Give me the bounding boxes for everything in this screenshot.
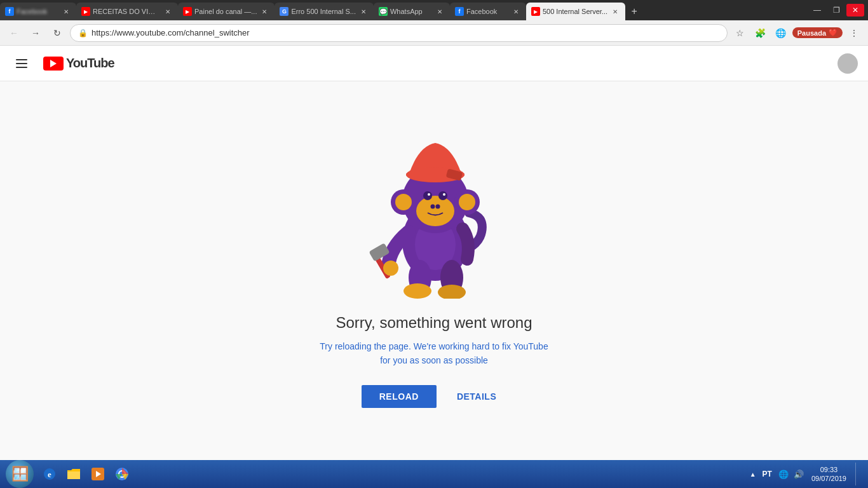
error-title: Sorry, something went wrong — [336, 314, 532, 332]
translate-button[interactable]: 🌐 — [772, 24, 790, 42]
tab-favicon: f — [455, 7, 464, 16]
tab-facebook-2[interactable]: f Facebook ✕ — [450, 3, 526, 20]
reload-button[interactable]: RELOAD — [362, 385, 437, 408]
error-buttons: RELOAD DETAILS — [362, 385, 506, 408]
pausada-icon: ❤️ — [829, 29, 837, 37]
tab-favicon: ▶ — [81, 7, 90, 16]
error-subtitle-line2: for you as soon as possible — [320, 353, 548, 367]
pausada-badge[interactable]: Pausada ❤️ — [792, 27, 843, 38]
tab-erro500[interactable]: G Erro 500 Internal S... ✕ — [275, 3, 374, 20]
tab-facebook-1[interactable]: f Facebook ✕ — [0, 3, 76, 20]
taskbar-folder-icon[interactable] — [62, 463, 85, 485]
language-indicator[interactable]: PT — [760, 468, 775, 480]
new-tab-button[interactable]: + — [625, 3, 643, 20]
user-avatar[interactable] — [837, 53, 858, 74]
taskbar-chrome-icon[interactable] — [111, 463, 133, 485]
svg-point-14 — [428, 193, 430, 196]
tab-close-button[interactable]: ✕ — [259, 6, 269, 17]
youtube-play-triangle — [50, 60, 57, 67]
tab-title: Painel do canal —... — [194, 8, 257, 15]
svg-point-12 — [423, 191, 432, 200]
tab-close-button[interactable]: ✕ — [163, 6, 173, 17]
svg-point-4 — [403, 283, 431, 299]
clock-display[interactable]: 09:33 09/07/2019 — [808, 464, 850, 485]
youtube-page: YouTube — [0, 46, 868, 460]
tab-favicon: G — [280, 7, 288, 16]
address-bar: ← → ↻ 🔒 https://www.youtube.com/channel_… — [0, 20, 868, 46]
svg-point-23 — [383, 261, 398, 276]
yt-header: YouTube — [0, 46, 868, 81]
monkey-illustration — [364, 108, 504, 299]
hamburger-menu-button[interactable] — [10, 52, 33, 75]
tab-title: Facebook — [466, 8, 508, 15]
tab-close-button[interactable]: ✕ — [435, 6, 445, 17]
title-bar: f Facebook ✕ ▶ RECEITAS DO VICT... ✕ ▶ P… — [0, 0, 868, 20]
forward-button[interactable]: → — [27, 24, 44, 42]
tab-close-button[interactable]: ✕ — [358, 6, 369, 17]
taskbar-media-icon[interactable] — [86, 463, 109, 485]
tab-favicon: 💬 — [379, 7, 388, 16]
ie-icon: e — [42, 466, 57, 482]
clock-time: 09:33 — [811, 465, 846, 474]
start-button[interactable]: 🪟 — [3, 462, 37, 486]
details-button[interactable]: DETAILS — [447, 385, 506, 408]
minimize-button[interactable]: — — [808, 4, 826, 17]
svg-point-13 — [438, 191, 447, 200]
folder-icon — [66, 466, 81, 482]
tab-whatsapp[interactable]: 💬 WhatsApp ✕ — [374, 3, 450, 20]
svg-point-15 — [443, 193, 445, 196]
svg-point-16 — [431, 204, 435, 208]
media-player-icon — [90, 466, 105, 482]
tray-expand-button[interactable]: ▲ — [749, 470, 757, 479]
menu-button[interactable]: ⋮ — [845, 24, 863, 42]
svg-point-8 — [395, 194, 412, 210]
taskbar-ie-icon[interactable]: e — [38, 463, 61, 485]
lock-icon: 🔒 — [78, 29, 88, 37]
tab-title: WhatsApp — [390, 8, 432, 15]
tab-painel[interactable]: ▶ Painel do canal —... ✕ — [178, 3, 275, 20]
tab-close-button[interactable]: ✕ — [610, 6, 620, 17]
sys-icons: 🌐 🔊 — [777, 468, 805, 480]
tab-favicon: ▶ — [531, 7, 540, 16]
taskbar-tray: ▲ PT 🌐 🔊 09:33 09/07/2019 — [743, 463, 865, 485]
svg-point-17 — [436, 204, 440, 208]
extensions-button[interactable]: 🧩 — [752, 24, 770, 42]
error-subtitle: Try reloading the page. We're working ha… — [320, 339, 548, 368]
network-icon[interactable]: 🌐 — [777, 468, 790, 480]
bookmark-button[interactable]: ☆ — [731, 24, 749, 42]
close-button[interactable]: ✕ — [846, 4, 864, 17]
volume-icon[interactable]: 🔊 — [792, 468, 805, 480]
tab-favicon: f — [5, 7, 14, 16]
clock-date: 09/07/2019 — [811, 474, 846, 483]
taskbar: 🪟 e ▲ PT 🌐 — [0, 460, 868, 488]
show-desktop-button[interactable] — [855, 463, 860, 485]
hamburger-icon — [16, 59, 27, 68]
youtube-logo[interactable]: YouTube — [43, 56, 114, 71]
svg-text:e: e — [48, 470, 51, 479]
tab-favicon: ▶ — [183, 7, 192, 16]
svg-point-11 — [416, 196, 454, 226]
svg-point-10 — [459, 194, 475, 210]
tabs-container: f Facebook ✕ ▶ RECEITAS DO VICT... ✕ ▶ P… — [0, 0, 808, 20]
back-button[interactable]: ← — [5, 24, 23, 42]
tab-title: Erro 500 Internal S... — [291, 8, 356, 15]
error-subtitle-line1: Try reloading the page. We're working ha… — [320, 339, 548, 353]
error-content: Sorry, something went wrong Try reloadin… — [0, 81, 868, 460]
youtube-logo-icon — [43, 57, 64, 71]
start-orb-icon: 🪟 — [6, 460, 34, 488]
url-bar[interactable]: 🔒 https://www.youtube.com/channel_switch… — [70, 24, 728, 42]
pausada-text: Pausada — [797, 29, 826, 37]
tab-500-active[interactable]: ▶ 500 Internal Server... ✕ — [526, 3, 625, 20]
tab-receitas[interactable]: ▶ RECEITAS DO VICT... ✕ — [76, 3, 178, 20]
address-actions: ☆ 🧩 🌐 Pausada ❤️ ⋮ — [731, 24, 863, 42]
tab-close-button[interactable]: ✕ — [511, 6, 521, 17]
tab-close-button[interactable]: ✕ — [61, 6, 71, 17]
chrome-icon — [114, 466, 130, 482]
tab-title: RECEITAS DO VICT... — [93, 8, 160, 15]
youtube-logo-text: YouTube — [66, 56, 114, 71]
tab-title: Facebook — [17, 8, 58, 15]
tab-title: 500 Internal Server... — [543, 8, 607, 15]
reload-nav-button[interactable]: ↻ — [48, 24, 66, 42]
maximize-button[interactable]: ❐ — [827, 4, 845, 17]
url-text: https://www.youtube.com/channel_switcher — [92, 28, 719, 37]
